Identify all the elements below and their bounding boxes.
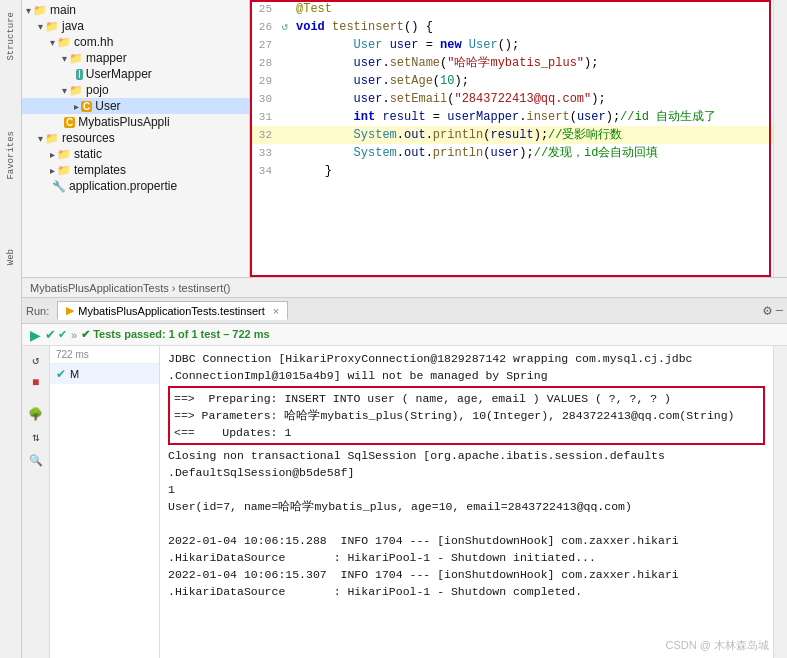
- test-status-bar: ▶ ✔ ✔ » ✔ Tests passed: 1 of 1 test – 72…: [22, 324, 787, 346]
- run-tab-bar: Run: ▶ MybatisPlusApplicationTests.testi…: [22, 298, 787, 324]
- run-tab-icon: ▶: [66, 304, 74, 317]
- change-indicator: [278, 144, 292, 162]
- props-icon: 🔧: [52, 180, 66, 193]
- tree-item-label: application.propertie: [69, 179, 177, 193]
- console-sql-prepare: ==> Preparing: INSERT INTO user ( name, …: [174, 390, 759, 407]
- code-line-32: 32 System.out.println(result);//受影响行数: [250, 126, 773, 144]
- settings-area: ⚙ —: [763, 302, 783, 319]
- test-pass-icon: ✔: [56, 367, 66, 381]
- line-content: User user = new User();: [292, 36, 773, 54]
- tree-item-label: pojo: [86, 83, 109, 97]
- console-line-2: .ConnectionImpl@1015a4b9] will not be ma…: [168, 367, 765, 384]
- console-line-result2: User(id=7, name=哈哈学mybatis_plus, age=10,…: [168, 498, 765, 515]
- interface-icon: I: [76, 69, 83, 80]
- web-panel-icon[interactable]: Web: [4, 245, 18, 269]
- tree-item-main[interactable]: ▾ 📁 main: [22, 2, 249, 18]
- folder-icon: 📁: [57, 36, 71, 49]
- folder-icon: 📁: [45, 20, 59, 33]
- code-line-27: 27 User user = new User();: [250, 36, 773, 54]
- change-indicator: [278, 72, 292, 90]
- code-line-26: 26 ↺ void testinsert() {: [250, 18, 773, 36]
- tree-item-usermapper[interactable]: I UserMapper: [22, 66, 249, 82]
- run-play-btn[interactable]: ▶: [30, 327, 41, 343]
- folder-icon: 📁: [69, 84, 83, 97]
- rerun-button[interactable]: ↺: [26, 350, 46, 370]
- gear-icon[interactable]: ⚙: [763, 302, 771, 319]
- expand-icon: ▸: [50, 165, 55, 176]
- expand-icon: ▾: [38, 133, 43, 144]
- code-line-31: 31 int result = userMapper.insert(user);…: [250, 108, 773, 126]
- structure-panel-icon[interactable]: Structure: [4, 8, 18, 65]
- line-number: 29: [250, 72, 278, 90]
- tree-item-pojo[interactable]: ▾ 📁 pojo: [22, 82, 249, 98]
- line-number: 26: [250, 18, 278, 36]
- tree-item-label: com.hh: [74, 35, 113, 49]
- run-panel: Run: ▶ MybatisPlusApplicationTests.testi…: [22, 298, 787, 658]
- console-line-3: Closing non transactional SqlSession [or…: [168, 447, 765, 464]
- code-line-25: 25 @Test: [250, 0, 773, 18]
- run-label: Run:: [26, 305, 49, 317]
- breadcrumb: MybatisPlusApplicationTests › testinsert…: [30, 282, 231, 294]
- filter-button[interactable]: 🔍: [26, 450, 46, 470]
- line-number: 32: [250, 126, 278, 144]
- console-line-shutdown2: .HikariDataSource : HikariPool-1 - Shutd…: [168, 549, 765, 566]
- console-sql-params: ==> Parameters: 哈哈学mybatis_plus(String),…: [174, 407, 759, 424]
- line-number: 28: [250, 54, 278, 72]
- tree-item-java[interactable]: ▾ 📁 java: [22, 18, 249, 34]
- watermark: CSDN @ 木林森岛城: [666, 637, 769, 654]
- code-line-34: 34 }: [250, 162, 773, 180]
- dash-icon[interactable]: —: [776, 304, 783, 318]
- change-indicator: [278, 36, 292, 54]
- line-content: void testinsert() {: [292, 18, 773, 36]
- run-tab[interactable]: ▶ MybatisPlusApplicationTests.testinsert…: [57, 301, 288, 320]
- line-content: user.setEmail("2843722413@qq.com");: [292, 90, 773, 108]
- favorites-panel-icon[interactable]: Favorites: [4, 127, 18, 184]
- expand-icon: ▸: [74, 101, 79, 112]
- folder-icon: 📁: [57, 148, 71, 161]
- tree-item-user[interactable]: ▸ C User: [22, 98, 249, 114]
- change-indicator: [278, 126, 292, 144]
- tree-item-static[interactable]: ▸ 📁 static: [22, 146, 249, 162]
- expand-icon: ▾: [50, 37, 55, 48]
- tree-item-mapper[interactable]: ▾ 📁 mapper: [22, 50, 249, 66]
- console-sql-updates: <== Updates: 1: [174, 424, 759, 441]
- tree-item-label: main: [50, 3, 76, 17]
- line-content: System.out.println(user);//发现，id会自动回填: [292, 144, 773, 162]
- change-indicator: ↺: [278, 18, 292, 36]
- double-arrow-icon: »: [71, 329, 77, 341]
- tree-item-resources[interactable]: ▾ 📁 resources: [22, 130, 249, 146]
- check-icon2: ✔: [58, 328, 67, 341]
- console-scrollbar[interactable]: [773, 346, 787, 658]
- sort-button[interactable]: ⇅: [26, 427, 46, 447]
- expand-icon: ▸: [50, 149, 55, 160]
- line-content: int result = userMapper.insert(user);//i…: [292, 108, 773, 126]
- code-editor: 25 @Test 26 ↺ void testinsert() { 27 Use…: [250, 0, 773, 277]
- tree-item-label: mapper: [86, 51, 127, 65]
- run-tab-label: MybatisPlusApplicationTests.testinsert: [78, 305, 264, 317]
- console-output-area[interactable]: JDBC Connection [HikariProxyConnection@1…: [160, 346, 773, 658]
- top-area: ▾ 📁 main ▾ 📁 java ▾ 📁 com.hh: [22, 0, 787, 278]
- code-line-30: 30 user.setEmail("2843722413@qq.com");: [250, 90, 773, 108]
- expand-icon: ▾: [62, 85, 67, 96]
- tree-item-mybatisapp[interactable]: C MybatisPlusAppli: [22, 114, 249, 130]
- line-number: 34: [250, 162, 278, 180]
- test-result-item[interactable]: ✔ M: [50, 364, 159, 384]
- line-number: 33: [250, 144, 278, 162]
- run-sidebar-controls: ↺ ■ 🌳 ⇅ 🔍: [22, 346, 50, 658]
- folder-icon: 📁: [57, 164, 71, 177]
- tree-item-label: User: [95, 99, 120, 113]
- expand-icon: ▾: [38, 21, 43, 32]
- line-content: @Test: [292, 0, 773, 18]
- change-indicator: [278, 54, 292, 72]
- check-icon: ✔: [45, 327, 56, 342]
- right-scrollbar[interactable]: [773, 0, 787, 277]
- tree-item-appprops[interactable]: 🔧 application.propertie: [22, 178, 249, 194]
- run-tab-close[interactable]: ×: [273, 305, 279, 317]
- class-icon: C: [81, 101, 92, 112]
- tree-item-label: MybatisPlusAppli: [78, 115, 169, 129]
- stop-button[interactable]: ■: [26, 373, 46, 393]
- tree-view-button[interactable]: 🌳: [26, 404, 46, 424]
- tree-item-templates[interactable]: ▸ 📁 templates: [22, 162, 249, 178]
- tree-item-comhh[interactable]: ▾ 📁 com.hh: [22, 34, 249, 50]
- test-class-label: M: [70, 368, 79, 380]
